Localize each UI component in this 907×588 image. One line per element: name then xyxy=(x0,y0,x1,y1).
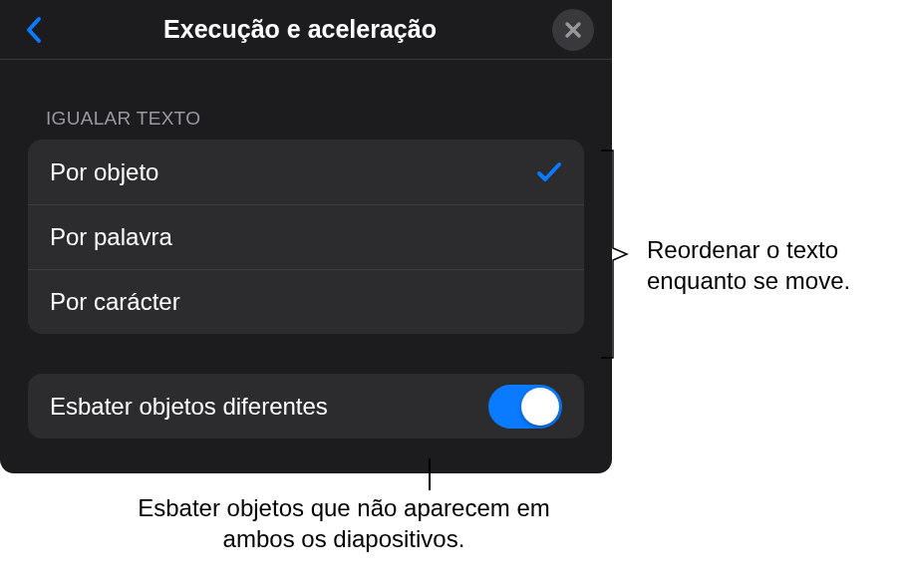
panel-title: Execução e aceleração xyxy=(48,15,552,44)
list-item-por-palavra[interactable]: Por palavra xyxy=(28,204,584,269)
fade-switch-label: Esbater objetos diferentes xyxy=(50,393,328,421)
annotation-reorder-text: Reordenar o texto enquanto se move. xyxy=(647,234,907,296)
chevron-left-icon xyxy=(25,16,42,44)
list-item-por-objeto[interactable]: Por objeto xyxy=(28,140,584,204)
fade-switch-row: Esbater objetos diferentes xyxy=(28,374,584,439)
toggle-knob xyxy=(521,388,559,426)
close-button[interactable] xyxy=(552,9,594,51)
panel-header: Execução e aceleração xyxy=(0,0,612,60)
list-item-label: Por palavra xyxy=(50,223,172,251)
panel-content: IGUALAR TEXTO Por objeto Por palavra Por… xyxy=(0,60,612,439)
list-item-label: Por carácter xyxy=(50,288,180,316)
back-button[interactable] xyxy=(18,15,48,45)
bracket-icon xyxy=(599,148,629,360)
fade-switch-group: Esbater objetos diferentes xyxy=(28,374,584,439)
fade-toggle[interactable] xyxy=(488,385,562,429)
checkmark-icon xyxy=(536,159,562,185)
callout-line xyxy=(429,458,431,490)
list-item-label: Por objeto xyxy=(50,158,158,186)
match-text-list: Por objeto Por palavra Por carácter xyxy=(28,140,584,334)
close-icon xyxy=(564,21,582,39)
list-item-por-caracter[interactable]: Por carácter xyxy=(28,269,584,334)
settings-panel: Execução e aceleração IGUALAR TEXTO Por … xyxy=(0,0,612,473)
annotation-fade-objects: Esbater objetos que não aparecem em ambo… xyxy=(105,492,583,554)
section-header: IGUALAR TEXTO xyxy=(28,108,584,140)
